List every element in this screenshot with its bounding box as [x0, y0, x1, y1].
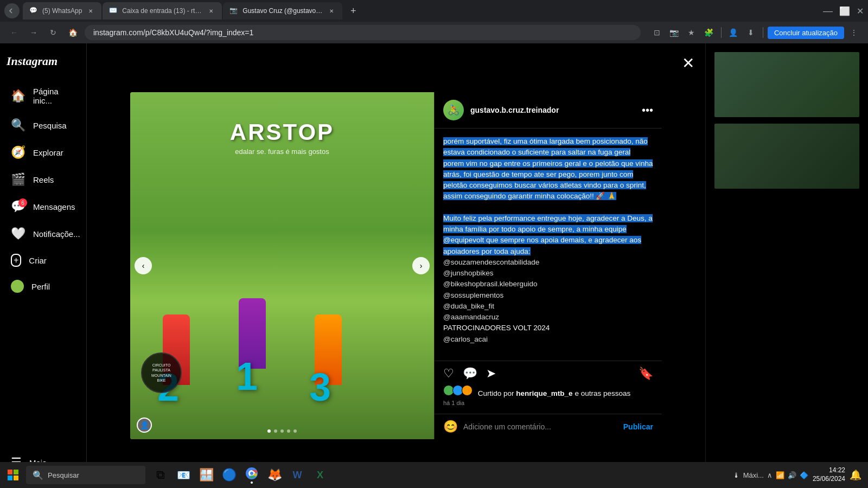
home-button[interactable]: 🏠 — [65, 25, 80, 40]
right-thumb-2[interactable] — [714, 124, 859, 189]
sidebar-item-explore[interactable]: 🧭 Explorar — [7, 140, 80, 165]
publish-button[interactable]: Publicar — [623, 422, 653, 431]
taskbar-chrome[interactable] — [241, 464, 263, 486]
post-info-side: 🚴 gustavo.b.cruz.treinador ••• porém sup… — [434, 92, 662, 439]
profile-icon-browser[interactable]: 👤 — [726, 25, 741, 40]
taskbar-microsoft-store[interactable]: 🪟 — [195, 464, 217, 486]
minimize-button[interactable]: — — [823, 5, 833, 17]
download-icon[interactable]: ⬇ — [743, 25, 758, 40]
page-content: Instagram 🏠 Página inic... 🔍 Pesquisa 🧭 … — [0, 43, 868, 488]
sidebar-item-profile[interactable]: Perfil — [7, 274, 80, 298]
taskbar-task-view[interactable]: ⧉ — [150, 464, 171, 486]
taskbar-sound-icon: 🔊 — [788, 471, 796, 479]
close-button[interactable]: ✕ — [857, 6, 864, 16]
notification-bell[interactable]: 🔔 — [850, 469, 861, 481]
sponsors-title: PATROCINADORES VOLT 2024 — [443, 324, 550, 332]
start-button[interactable] — [2, 464, 24, 486]
tab-gmail-close[interactable]: ✕ — [207, 7, 215, 15]
right-panel-content — [706, 43, 868, 197]
likes-user[interactable]: henrique_mtb_e — [516, 389, 572, 397]
tab-gmail[interactable]: ✉️ Caixa de entrada (13) - rtorelli2 ✕ — [103, 2, 222, 20]
taskbar-search-icon: 🔍 — [33, 470, 43, 480]
sidebar-item-home[interactable]: 🏠 Página inic... — [7, 81, 80, 111]
maximize-button[interactable]: ⬜ — [839, 6, 850, 16]
sidebar-item-notifications[interactable]: 🤍 Notificaçõe... — [7, 221, 80, 246]
tab-instagram-close[interactable]: ✕ — [327, 7, 336, 15]
dot-3 — [280, 429, 284, 433]
tab-instagram[interactable]: 📷 Gustavo Cruz (@gustavo.b.cruz... ✕ — [223, 2, 342, 20]
store-icon: 🪟 — [199, 468, 214, 482]
comment-input[interactable] — [463, 422, 618, 431]
banner-subtitle: edalar se. furas é mais gostos — [130, 147, 434, 156]
taskbar-datetime[interactable]: 14:22 25/06/2024 — [813, 466, 845, 483]
taskbar-word[interactable]: W — [286, 464, 308, 486]
modal-close-button[interactable]: ✕ — [682, 54, 694, 72]
menu-icon[interactable]: ⋮ — [846, 25, 861, 40]
post-header: 🚴 gustavo.b.cruz.treinador ••• — [435, 92, 662, 129]
tab-whatsapp-close[interactable]: ✕ — [86, 7, 95, 15]
address-bar: ← → ↻ 🏠 ⊡ 📷 ★ 🧩 👤 ⬇ Concluir atualização… — [0, 22, 868, 43]
sidebar-item-reels[interactable]: 🎬 Reels — [7, 167, 80, 192]
likes-text: Curtido por — [478, 389, 514, 397]
screen-share-icon[interactable]: ⊡ — [649, 25, 665, 40]
dot-4 — [287, 429, 290, 433]
messages-badge: 6 — [18, 198, 27, 207]
search-label: Pesquisa — [33, 121, 67, 130]
new-tab-button[interactable]: + — [346, 3, 361, 18]
comment-button[interactable]: 💬 — [463, 367, 477, 381]
image-next-button[interactable]: › — [412, 257, 430, 274]
post-image: ARSTOP edalar se. furas é mais gostos — [130, 92, 434, 439]
share-button[interactable]: ➤ — [486, 367, 496, 381]
image-prev-button[interactable]: ‹ — [135, 257, 152, 274]
svg-rect-2 — [8, 476, 12, 480]
extensions-icon[interactable]: 🧩 — [701, 25, 717, 40]
camera-off-icon[interactable]: 📷 — [667, 25, 682, 40]
reels-label: Reels — [33, 175, 54, 184]
ig-right-panel — [705, 43, 868, 488]
post-options-button[interactable]: ••• — [642, 104, 653, 117]
like-button[interactable]: ♡ — [443, 367, 454, 381]
mention-6: @aaamandacruz — [443, 313, 499, 321]
taskbar-firefox[interactable]: 🦊 — [264, 464, 285, 486]
taskbar-search-text: Pesquisar — [48, 471, 79, 479]
create-icon: + — [11, 254, 21, 267]
svg-rect-3 — [14, 476, 18, 480]
instagram-main: ‹ ARSTOP edalar se. furas é mais gostos — [87, 43, 705, 488]
sidebar-item-create[interactable]: + Criar — [7, 248, 80, 272]
taskbar-time-text: 14:22 — [813, 466, 845, 475]
image-dots — [267, 429, 297, 433]
taskbar-temp-text: Máxi... — [743, 471, 764, 479]
tab-whatsapp-title: (5) WhatsApp — [42, 7, 82, 15]
bookmark-button[interactable]: 🔖 — [639, 367, 653, 381]
firefox-icon: 🦊 — [267, 468, 282, 482]
tab-bar: 💬 (5) WhatsApp ✕ ✉️ Caixa de entrada (13… — [0, 0, 868, 22]
outlook-icon: 📧 — [177, 468, 190, 481]
taskbar-edge[interactable]: 🔵 — [218, 464, 240, 486]
reload-button[interactable]: ↻ — [46, 25, 61, 40]
taskbar-search[interactable]: 🔍 Pesquisar — [26, 466, 145, 484]
forward-button[interactable]: → — [26, 25, 41, 40]
taskbar-arrow-up[interactable]: ∧ — [767, 471, 773, 479]
post-username[interactable]: gustavo.b.cruz.treinador — [470, 106, 559, 114]
taskbar-excel[interactable]: X — [309, 464, 331, 486]
mention-5: @duda_bike_fit — [443, 302, 494, 310]
back-button[interactable]: ← — [7, 25, 22, 40]
emoji-button[interactable]: 😊 — [443, 420, 458, 434]
tab-whatsapp[interactable]: 💬 (5) WhatsApp ✕ — [23, 2, 101, 20]
tab-stack-btn[interactable] — [4, 3, 20, 18]
right-thumb-1[interactable] — [714, 52, 859, 117]
sidebar-item-search[interactable]: 🔍 Pesquisa — [7, 113, 80, 138]
bookmark-star-icon[interactable]: ★ — [684, 25, 699, 40]
taskbar-outlook[interactable]: 📧 — [173, 464, 194, 486]
reels-icon: 🎬 — [11, 172, 25, 187]
update-button[interactable]: Concluir atualização — [768, 27, 844, 39]
sidebar-item-messages[interactable]: 💬 6 Mensagens — [7, 194, 80, 219]
gmail-favicon: ✉️ — [109, 7, 118, 15]
post-author-avatar: 🚴 — [443, 100, 464, 120]
caption-highlighted-1: porém suportável, fiz uma ótima largada … — [443, 137, 653, 200]
dot-2 — [274, 429, 277, 433]
dot-5 — [293, 429, 297, 433]
address-input[interactable] — [85, 25, 641, 40]
taskbar-sys-icons: 🌡 Máxi... ∧ 📶 🔊 🔷 — [733, 471, 808, 479]
dot-1 — [267, 429, 271, 433]
